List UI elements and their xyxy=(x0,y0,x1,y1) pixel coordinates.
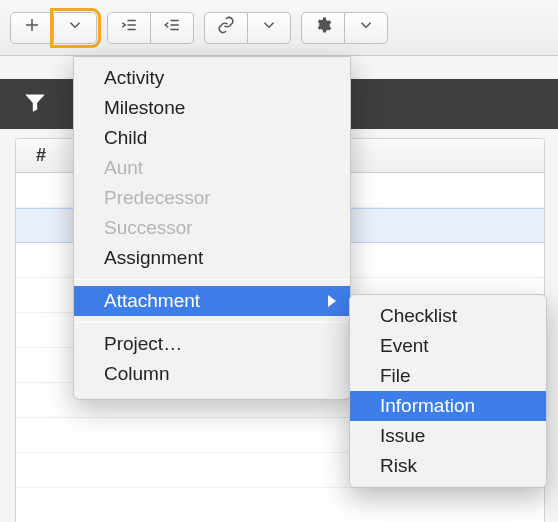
menu-item-milestone[interactable]: Milestone xyxy=(74,93,350,123)
settings-dropdown-button[interactable] xyxy=(345,12,388,44)
submenu-item-information[interactable]: Information xyxy=(350,391,546,421)
menu-separator xyxy=(76,279,348,280)
submenu-item-issue[interactable]: Issue xyxy=(350,421,546,451)
link-dropdown-button[interactable] xyxy=(248,12,291,44)
indent-button[interactable] xyxy=(107,12,151,44)
submenu-arrow-icon xyxy=(328,295,336,307)
menu-item-label: Predecessor xyxy=(104,187,211,209)
link-button-group xyxy=(204,12,291,44)
menu-item-activity[interactable]: Activity xyxy=(74,63,350,93)
add-menu: Activity Milestone Child Aunt Predecesso… xyxy=(73,56,351,400)
menu-item-successor: Successor xyxy=(74,213,350,243)
add-dropdown-button[interactable] xyxy=(54,12,97,44)
submenu-item-event[interactable]: Event xyxy=(350,331,546,361)
menu-item-project[interactable]: Project… xyxy=(74,329,350,359)
menu-item-label: Child xyxy=(104,127,147,149)
chevron-down-icon xyxy=(260,16,278,39)
menu-item-label: Issue xyxy=(380,425,425,447)
menu-item-label: Attachment xyxy=(104,290,200,312)
link-button[interactable] xyxy=(204,12,248,44)
add-button-group xyxy=(10,12,97,44)
chevron-down-icon xyxy=(357,16,375,39)
menu-item-attachment[interactable]: Attachment xyxy=(74,286,350,316)
table-row[interactable] xyxy=(16,488,544,522)
menu-item-label: Assignment xyxy=(104,247,203,269)
menu-item-label: Aunt xyxy=(104,157,143,179)
submenu-item-risk[interactable]: Risk xyxy=(350,451,546,481)
add-button[interactable] xyxy=(10,12,54,44)
menu-item-label: Successor xyxy=(104,217,193,239)
menu-item-label: Risk xyxy=(380,455,417,477)
menu-item-predecessor: Predecessor xyxy=(74,183,350,213)
menu-item-aunt: Aunt xyxy=(74,153,350,183)
indent-button-group xyxy=(107,12,194,44)
outdent-icon xyxy=(163,16,181,39)
toolbar xyxy=(0,0,558,56)
link-icon xyxy=(217,16,235,39)
submenu-item-checklist[interactable]: Checklist xyxy=(350,301,546,331)
menu-item-label: Activity xyxy=(104,67,164,89)
gear-button-group xyxy=(301,12,388,44)
menu-item-label: Project… xyxy=(104,333,182,355)
menu-separator xyxy=(76,322,348,323)
column-header-number: # xyxy=(36,145,46,166)
plus-icon xyxy=(23,16,41,39)
menu-item-label: Information xyxy=(380,395,475,417)
menu-item-assignment[interactable]: Assignment xyxy=(74,243,350,273)
attachment-submenu: Checklist Event File Information Issue R… xyxy=(349,294,547,488)
submenu-item-file[interactable]: File xyxy=(350,361,546,391)
filter-icon[interactable] xyxy=(22,89,48,119)
menu-item-label: Event xyxy=(380,335,429,357)
menu-item-label: File xyxy=(380,365,411,387)
menu-item-label: Checklist xyxy=(380,305,457,327)
menu-item-column[interactable]: Column xyxy=(74,359,350,389)
gear-icon xyxy=(314,16,332,39)
chevron-down-icon xyxy=(66,16,84,39)
menu-item-child[interactable]: Child xyxy=(74,123,350,153)
outdent-button[interactable] xyxy=(151,12,194,44)
indent-icon xyxy=(120,16,138,39)
settings-button[interactable] xyxy=(301,12,345,44)
menu-item-label: Milestone xyxy=(104,97,185,119)
menu-item-label: Column xyxy=(104,363,169,385)
